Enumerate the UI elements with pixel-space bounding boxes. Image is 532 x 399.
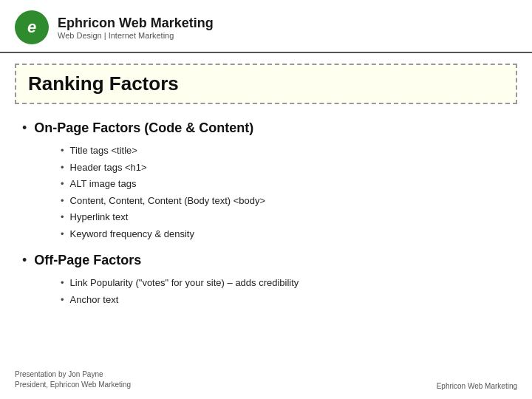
sub-dot: • (61, 143, 64, 158)
on-page-bullet-dot: • (22, 119, 27, 137)
on-page-heading: • On-Page Factors (Code & Content) (22, 119, 510, 137)
footer-company: Ephricon Web Marketing (437, 382, 517, 390)
footer-presenter-title: President, Ephricon Web Marketing (15, 380, 131, 390)
logo-letter: e (27, 18, 36, 37)
off-page-bullet-dot: • (22, 251, 27, 270)
company-tagline: Web Design | Internet Marketing (58, 31, 214, 40)
sub-dot: • (61, 160, 64, 175)
page-title: Ranking Factors (28, 72, 179, 95)
on-page-item-1: Title tags <title> (70, 143, 137, 158)
page: e Ephricon Web Marketing Web Design | In… (0, 0, 532, 399)
on-page-sub-bullets: • Title tags <title> • Header tags <h1> … (61, 143, 510, 241)
footer-presenter-name: Presentation by Jon Payne (15, 369, 131, 380)
on-page-item-6: Keyword frequency & density (70, 227, 194, 242)
footer-left: Presentation by Jon Payne President, Eph… (15, 369, 131, 390)
list-item: • Link Popularity ("votes" for your site… (61, 276, 510, 290)
list-item: • Header tags <h1> (61, 160, 510, 175)
title-box: Ranking Factors (15, 64, 517, 104)
list-item: • Content, Content, Content (Body text) … (61, 194, 510, 208)
sub-dot: • (61, 177, 64, 191)
footer: Presentation by Jon Payne President, Eph… (15, 369, 517, 390)
off-page-item-1: Link Popularity ("votes" for your site) … (70, 276, 299, 290)
company-info: Ephricon Web Marketing Web Design | Inte… (58, 16, 214, 40)
off-page-section: • Off-Page Factors • Link Popularity ("v… (22, 251, 510, 307)
off-page-label: Off-Page Factors (34, 251, 141, 270)
list-item: • Anchor text (61, 293, 510, 307)
sub-dot: • (61, 276, 64, 290)
sub-dot: • (61, 227, 64, 242)
on-page-label: On-Page Factors (Code & Content) (34, 119, 253, 137)
header: e Ephricon Web Marketing Web Design | In… (0, 0, 532, 53)
content-area: • On-Page Factors (Code & Content) • Tit… (0, 112, 532, 316)
on-page-item-5: Hyperlink text (70, 210, 129, 225)
list-item: • ALT image tags (61, 177, 510, 191)
sub-dot: • (61, 210, 64, 225)
on-page-item-2: Header tags <h1> (70, 160, 147, 175)
sub-dot: • (61, 194, 64, 208)
on-page-item-3: ALT image tags (70, 177, 137, 191)
off-page-item-2: Anchor text (70, 293, 119, 307)
list-item: • Keyword frequency & density (61, 227, 510, 242)
list-item: • Hyperlink text (61, 210, 510, 225)
logo: e (15, 10, 49, 44)
sub-dot: • (61, 293, 64, 307)
company-name: Ephricon Web Marketing (58, 16, 214, 31)
list-item: • Title tags <title> (61, 143, 510, 158)
off-page-heading: • Off-Page Factors (22, 251, 510, 270)
on-page-item-4: Content, Content, Content (Body text) <b… (70, 194, 266, 208)
off-page-sub-bullets: • Link Popularity ("votes" for your site… (61, 276, 510, 307)
